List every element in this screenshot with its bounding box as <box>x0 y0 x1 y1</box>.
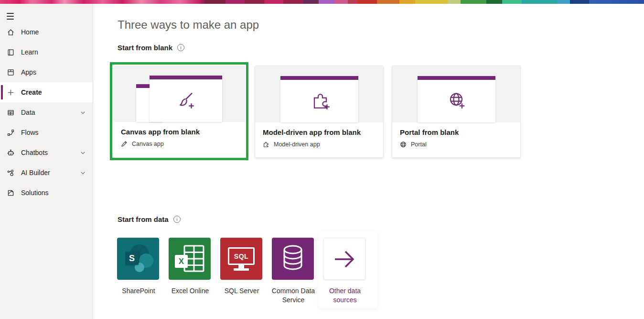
card-tag: Model-driven app <box>263 141 376 148</box>
sidebar-item-label: Flows <box>21 129 86 136</box>
sidebar-item-solutions[interactable]: Solutions <box>0 183 93 203</box>
card-illustration <box>255 66 383 122</box>
sidebar-item-label: Data <box>21 109 74 116</box>
card-canvas-app-from-blank[interactable]: Canvas app from blank Canvas app <box>113 66 245 157</box>
card-tag-text: Portal <box>411 141 427 148</box>
card-title: Canvas app from blank <box>121 128 237 136</box>
globe-icon <box>400 141 407 148</box>
sql-monitor-base <box>234 268 249 271</box>
package-icon <box>7 189 15 197</box>
highlight-frame: Canvas app from blank Canvas app <box>110 62 248 160</box>
page-graphic <box>280 76 358 122</box>
sharepoint-letter: S <box>125 252 139 265</box>
info-icon[interactable]: i <box>173 216 181 223</box>
table-icon <box>7 109 15 117</box>
tile-label-other-data-sources[interactable]: Other data sources <box>317 286 373 305</box>
sidebar-item-label: AI Builder <box>21 169 74 176</box>
start-from-blank-section-header: Start from blank i <box>118 44 184 52</box>
sidebar-nav: Home Learn Apps Create <box>0 22 93 203</box>
chevron-down-icon <box>80 170 86 176</box>
sidebar-item-data[interactable]: Data <box>0 102 93 122</box>
page-title: Three ways to make an app <box>118 18 259 32</box>
tile-label-common-data-service[interactable]: Common Data Service <box>266 286 321 305</box>
rainbow-banner <box>0 0 644 4</box>
card-title: Portal from blank <box>400 128 513 136</box>
page-graphic <box>150 76 222 122</box>
arrow-right-icon <box>324 238 366 280</box>
card-tag: Portal <box>400 141 513 148</box>
tile-other-data-sources[interactable] <box>323 238 365 280</box>
card-model-driven-app-from-blank[interactable]: Model-driven app from blank Model-driven… <box>255 66 384 158</box>
section-label-text: Start from data <box>118 215 169 223</box>
plus-icon <box>7 88 15 97</box>
sidebar: Home Learn Apps Create <box>0 4 93 319</box>
card-title: Model-driven app from blank <box>263 128 376 136</box>
tile-label-sharepoint[interactable]: SharePoint <box>111 286 166 296</box>
pencil-icon <box>121 141 128 147</box>
tile-label-sql-server[interactable]: SQL Server <box>214 286 269 296</box>
chevron-down-icon <box>80 150 86 156</box>
page-graphic <box>418 76 495 122</box>
apps-grid-icon <box>7 68 15 77</box>
sidebar-item-label: Solutions <box>21 189 86 197</box>
sidebar-item-create[interactable]: Create <box>0 82 93 102</box>
sql-monitor-icon: SQL <box>228 247 255 265</box>
card-tag-text: Model-driven app <box>274 141 320 148</box>
sidebar-item-label: Learn <box>21 48 86 56</box>
card-tag-text: Canvas app <box>132 141 164 147</box>
sidebar-item-label: Apps <box>21 68 86 76</box>
hamburger-menu-icon[interactable] <box>6 9 25 23</box>
sidebar-item-ai-builder[interactable]: AI Builder <box>0 163 93 183</box>
globe-plus-icon <box>446 90 467 111</box>
ai-network-icon <box>7 169 15 177</box>
card-illustration <box>392 66 520 122</box>
paintbrush-plus-icon <box>175 89 196 110</box>
sidebar-item-chatbots[interactable]: Chatbots <box>0 143 93 163</box>
flow-icon <box>7 129 15 137</box>
start-from-data-section-header: Start from data i <box>118 215 181 223</box>
card-illustration <box>113 66 245 122</box>
powerapps-create-page: Home Learn Apps Create <box>0 0 644 319</box>
sidebar-item-label: Chatbots <box>21 149 74 156</box>
book-icon <box>7 48 15 56</box>
info-icon[interactable]: i <box>177 44 184 51</box>
excel-letter: X <box>175 255 188 268</box>
sidebar-item-home[interactable]: Home <box>0 22 93 42</box>
bot-icon <box>7 149 15 157</box>
chevron-down-icon <box>80 110 86 116</box>
puzzle-plus-icon <box>309 90 330 111</box>
tile-sql-server[interactable]: SQL <box>220 238 262 280</box>
tile-label-excel-online[interactable]: Excel Online <box>162 286 218 296</box>
tile-common-data-service[interactable] <box>272 238 314 280</box>
database-icon <box>272 238 314 280</box>
sidebar-item-apps[interactable]: Apps <box>0 62 93 82</box>
card-tag: Canvas app <box>121 141 237 147</box>
sidebar-item-label: Create <box>21 88 86 96</box>
section-label-text: Start from blank <box>118 44 172 52</box>
sidebar-item-label: Home <box>21 28 86 36</box>
home-icon <box>7 28 15 36</box>
card-portal-from-blank[interactable]: Portal from blank Portal <box>392 66 521 158</box>
sidebar-item-learn[interactable]: Learn <box>0 42 93 62</box>
sidebar-item-flows[interactable]: Flows <box>0 122 93 143</box>
puzzle-icon <box>263 141 269 148</box>
tile-excel-online[interactable]: X <box>169 238 211 280</box>
tile-sharepoint[interactable]: S <box>117 238 159 280</box>
